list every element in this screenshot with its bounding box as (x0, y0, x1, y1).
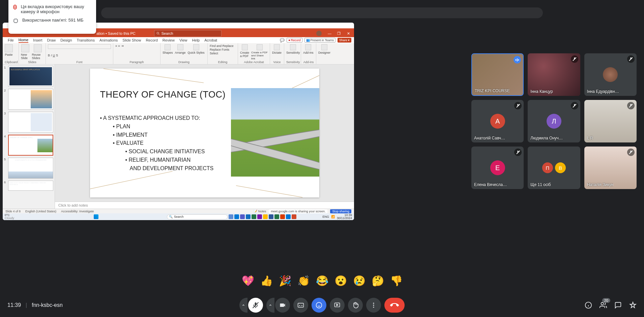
tab-draw[interactable]: Draw (47, 38, 56, 42)
participant-tile[interactable]: ААнатолій Савч… (471, 100, 524, 142)
replace-button[interactable]: Replace Fonts (210, 48, 229, 51)
slide-canvas[interactable]: THEORY OF CHANGE (TOC) A SYSTEMATIC APPR… (55, 64, 354, 202)
underline-button[interactable]: U (53, 54, 55, 57)
designer-button[interactable]: Designer (318, 44, 330, 54)
reaction-emoji[interactable]: 👎 (390, 275, 403, 287)
thumb-1[interactable]: SUCCESSFUL GRANT APPLICATION (8, 66, 53, 87)
reaction-emoji[interactable]: 😢 (353, 275, 365, 287)
taskbar-app[interactable] (234, 214, 239, 219)
addins-button[interactable]: Add-ins (303, 44, 314, 54)
bold-button[interactable]: B (48, 54, 50, 57)
camera-toggle-button[interactable] (275, 298, 290, 313)
tab-design[interactable]: Design (60, 38, 72, 42)
thumb-6[interactable]: CASE STUDY: RELIEF PROJECT: EMERGENCY SH… (8, 181, 53, 191)
participant-tile[interactable]: Інна Канцур (528, 53, 580, 96)
comments-icon[interactable]: 💬 (280, 38, 285, 43)
people-button[interactable]: 20 (599, 301, 607, 309)
tab-review[interactable]: Review (163, 38, 175, 42)
tab-record[interactable]: Record (146, 38, 157, 42)
tray-lang[interactable]: ENG (322, 215, 329, 218)
reaction-emoji[interactable]: 👏 (297, 275, 310, 287)
participant-tile[interactable]: ЛЛюдмила Онуч… (528, 100, 580, 142)
taskbar-app[interactable] (252, 214, 256, 219)
tab-view[interactable]: View (179, 38, 187, 42)
taskbar-app[interactable] (292, 214, 296, 219)
quickstyles-button[interactable]: Quick Styles (188, 44, 205, 54)
share-button[interactable]: Share ▾ (338, 38, 351, 43)
close-button[interactable]: ✕ (347, 31, 350, 36)
bullets-button[interactable]: ≡ (115, 44, 117, 48)
user-avatar[interactable] (316, 31, 322, 36)
start-button[interactable] (94, 214, 98, 219)
thumb-4[interactable]: THEORY OF CHANGE (TOC) (8, 135, 53, 156)
end-call-button[interactable] (384, 298, 405, 313)
tab-transitions[interactable]: Transitions (77, 38, 95, 42)
thumb-5[interactable]: COMPONENTS OF A TOC FRAMEWORK (8, 158, 53, 179)
font-selector[interactable] (48, 44, 111, 49)
reaction-emoji[interactable]: 💖 (242, 275, 254, 287)
accessibility-status[interactable]: Accessibility: Investigate (61, 210, 94, 213)
thumb-3[interactable] (8, 112, 53, 133)
taskbar-app[interactable] (246, 214, 251, 219)
participant-tile[interactable]: TRIZ KPI COURSE (471, 53, 524, 96)
captions-button[interactable] (293, 298, 308, 313)
meeting-details-button[interactable] (585, 301, 592, 309)
taskbar-app[interactable] (257, 214, 262, 219)
present-button[interactable] (330, 298, 345, 313)
weather-widget[interactable]: 0°CCloudy (5, 214, 14, 220)
sensitivity-button[interactable]: Sensitivity (286, 44, 300, 54)
browser-address-bar[interactable] (101, 7, 543, 18)
reaction-emoji[interactable]: 👍 (260, 275, 273, 287)
camera-options-button[interactable] (266, 298, 274, 313)
mic-options-button[interactable] (239, 298, 247, 313)
reuse-slides-button[interactable]: Reuse Slides (32, 44, 43, 60)
share-pdf-button[interactable]: Create a PDF and Share link (251, 44, 268, 60)
numbering-button[interactable]: ≡ (118, 44, 120, 48)
mic-toggle-button[interactable] (248, 298, 263, 313)
tab-animations[interactable]: Animations (99, 38, 118, 42)
raise-hand-button[interactable] (348, 298, 363, 313)
present-teams-button[interactable]: 👥 Present in Teams (304, 38, 335, 43)
notes-toggle[interactable]: 📝 Notes (254, 210, 266, 213)
strike-button[interactable]: S (56, 54, 58, 57)
powerpoint-search[interactable]: Search (154, 30, 222, 37)
minimize-button[interactable]: — (328, 31, 331, 35)
language-status[interactable]: English (United States) (25, 210, 56, 213)
tab-insert[interactable]: Insert (33, 38, 42, 42)
more-options-button[interactable] (366, 298, 381, 313)
tab-file[interactable]: File (8, 38, 14, 42)
reaction-emoji[interactable]: 😂 (316, 275, 328, 287)
select-button[interactable]: Select (210, 52, 218, 55)
taskbar-app[interactable] (274, 214, 279, 219)
participant-tile[interactable]: L R (584, 100, 637, 142)
tray-wifi-icon[interactable]: 📶 (331, 215, 335, 218)
reaction-emoji[interactable]: 🎉 (279, 275, 291, 287)
taskbar-app[interactable] (229, 214, 233, 219)
reactions-button[interactable] (312, 298, 326, 313)
thumb-2[interactable] (8, 89, 53, 110)
taskbar-app[interactable] (269, 214, 273, 219)
participant-tile[interactable]: Наталія Зикун (584, 147, 637, 189)
tab-slideshow[interactable]: Slide Show (122, 38, 141, 42)
new-slide-button[interactable]: New Slide (21, 44, 30, 60)
taskbar-app[interactable] (263, 214, 268, 219)
taskbar-app[interactable] (286, 214, 291, 219)
paste-button[interactable]: Paste (5, 44, 13, 56)
tab-acrobat[interactable]: Acrobat (204, 38, 217, 42)
shapes-button[interactable]: Shapes (163, 44, 173, 54)
tab-help[interactable]: Help (192, 38, 200, 42)
reaction-emoji[interactable]: 😮 (334, 275, 347, 287)
participant-tile[interactable]: ПВЩе 11 осіб (528, 147, 580, 189)
italic-button[interactable]: I (51, 54, 52, 57)
record-button[interactable]: ● Record (287, 38, 302, 43)
tab-home[interactable]: Home (19, 38, 28, 43)
windows-search[interactable]: 🔍 Search (167, 214, 228, 219)
arrange-button[interactable]: Arrange (175, 44, 186, 54)
find-button[interactable]: Find and Replace (210, 44, 234, 48)
activities-button[interactable] (629, 301, 637, 309)
taskbar-app[interactable] (280, 214, 285, 219)
create-pdf-button[interactable]: Create a PDF (240, 44, 249, 58)
notes-pane[interactable]: Click to add notes (55, 202, 354, 209)
participant-tile[interactable]: ЕЕлена Вячесла… (471, 147, 524, 189)
participant-tile[interactable]: Інна Едуардівн… (584, 53, 637, 96)
